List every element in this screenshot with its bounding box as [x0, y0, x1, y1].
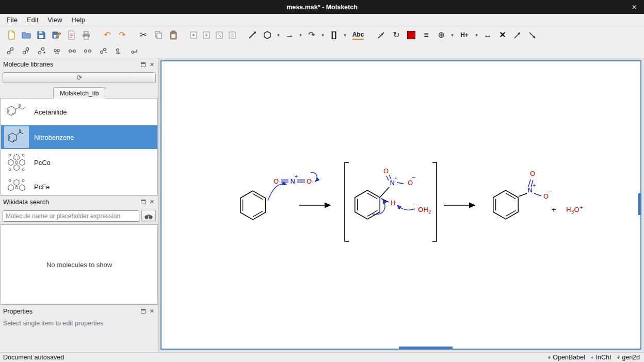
atom-pair-icon [6, 46, 15, 56]
print-button[interactable] [79, 28, 93, 42]
list-item-pcco[interactable]: PcCo [1, 149, 157, 176]
atom-tool-1-button[interactable] [4, 45, 17, 57]
rotate-tool-button[interactable]: ↻ [389, 28, 404, 42]
frame-tool-2-icon [202, 30, 211, 40]
remove-hydrogen-icon [52, 46, 61, 56]
wikidata-close-button[interactable]: ✕ [149, 199, 155, 205]
ring-tool-button[interactable] [260, 28, 275, 42]
nitronium-ion[interactable]: O N + O [273, 174, 312, 185]
frame-tool-2-button[interactable] [200, 29, 213, 41]
search-button[interactable] [141, 210, 156, 222]
properties-float-icon[interactable] [141, 309, 146, 314]
atom-label-oxygen[interactable]: O [530, 170, 535, 177]
reaction-arrow-caret[interactable]: ▾ [297, 28, 304, 42]
list-item-nitrobenzene[interactable]: Nitrobenzene [1, 125, 157, 149]
mechanism-arrow-deprotonation[interactable] [397, 205, 415, 210]
redo-button[interactable]: ↷ [115, 28, 130, 42]
reaction-arrow-tool-button[interactable]: → [282, 28, 297, 42]
new-document-button[interactable] [4, 28, 19, 42]
properties-hint: Select single item to edit properties [0, 317, 158, 330]
wikidata-float-icon[interactable] [141, 200, 146, 204]
left-bracket[interactable] [345, 162, 349, 241]
save-button[interactable] [34, 28, 49, 42]
reactant-benzene[interactable] [240, 191, 265, 220]
wikidata-results-list: No molecules to show [1, 224, 158, 305]
frame-tool-3-button[interactable] [213, 29, 226, 41]
properties-dock-header[interactable]: Properties ✕ [0, 305, 158, 317]
atom-label-hydrogen[interactable]: H [391, 199, 396, 207]
horizontal-arrows-icon: ↔ [484, 31, 492, 39]
draw-tool-button[interactable] [245, 28, 260, 42]
libraries-close-button[interactable]: ✕ [149, 61, 155, 68]
atom-label-oxygen[interactable]: O [383, 167, 389, 175]
product-nitrobenzene[interactable]: N + O O − [493, 170, 552, 219]
copy-button[interactable] [151, 28, 166, 42]
libraries-dock-header[interactable]: Molecule libraries ✕ [0, 58, 158, 71]
menu-edit[interactable]: Edit [22, 14, 43, 25]
atom-tool-9-button[interactable] [128, 45, 140, 57]
molecule-search-input[interactable] [3, 210, 139, 222]
atom-tool-3-button[interactable] [35, 45, 47, 57]
right-bracket[interactable] [432, 162, 437, 241]
delete-x-icon: ✕ [499, 31, 506, 39]
vertical-scrollbar-handle[interactable] [638, 193, 640, 215]
wikidata-dock-header[interactable]: Wikidata search ✕ [0, 195, 158, 208]
atom-tool-2-button[interactable] [20, 45, 32, 57]
line-width-button[interactable]: ≡ [419, 28, 433, 42]
list-item-acetanilide[interactable]: Acetanilide [1, 98, 157, 125]
mechanism-arrow-attack[interactable] [268, 184, 286, 201]
text-tool-button[interactable]: Abc [349, 28, 367, 42]
undo-button[interactable]: ↶ [100, 28, 115, 42]
menu-file[interactable]: File [2, 14, 22, 25]
hydrogen-icon: H+ [460, 31, 469, 39]
menu-help[interactable]: Help [67, 14, 90, 25]
paste-button[interactable] [166, 28, 181, 42]
charge-tool-caret[interactable]: ▾ [449, 28, 456, 42]
menu-view[interactable]: View [43, 14, 67, 25]
tab-molsketch-lib[interactable]: Molsketch_lib [53, 87, 106, 98]
plugin-indicators: + OpenBabel + InChI + gen2d [547, 354, 640, 361]
delete-button[interactable]: ✕ [495, 28, 510, 42]
water-label[interactable]: OH2 [418, 206, 431, 215]
hash-tool-button[interactable] [374, 28, 389, 42]
mechanism-arrow-tool-button[interactable]: ↷ [304, 28, 319, 42]
hydronium-ion[interactable]: H3O+ [566, 205, 583, 215]
open-button[interactable] [19, 28, 34, 42]
atom-label-oxygen[interactable]: O [307, 177, 312, 185]
hydronium-label[interactable]: H3O+ [566, 205, 583, 215]
list-item-pcfe[interactable]: PcFe [1, 176, 157, 195]
atom-tool-8-button[interactable] [112, 45, 125, 57]
flip-horizontal-button[interactable] [510, 28, 525, 42]
bracket-tool-button[interactable]: [ ] [327, 28, 341, 42]
water-molecule[interactable]: − OH2 [397, 202, 431, 215]
libraries-float-icon[interactable] [141, 62, 146, 67]
bond-length-button[interactable]: ↔ [480, 28, 495, 42]
arenium-intermediate[interactable]: N + O O − H [355, 167, 416, 219]
atom-tool-7-button[interactable] [97, 45, 109, 57]
ring-tool-caret[interactable]: ▾ [275, 28, 282, 42]
atom-toolbar [0, 44, 644, 58]
atom-tool-4-button[interactable] [51, 45, 63, 57]
plus-charge-label: + [394, 175, 398, 180]
horizontal-scrollbar-handle[interactable] [399, 347, 453, 349]
hydrogen-tool-button[interactable]: H+ [456, 28, 473, 42]
charge-tool-button[interactable]: ⊕ [434, 28, 448, 42]
mechanism-arrow-caret[interactable]: ▾ [319, 28, 326, 42]
properties-close-button[interactable]: ✕ [149, 308, 155, 315]
flip-vertical-button[interactable] [525, 28, 540, 42]
color-swatch-button[interactable] [404, 28, 418, 42]
bracket-tool-caret[interactable]: ▾ [342, 28, 348, 42]
save-as-button[interactable] [49, 28, 63, 42]
atom-tool-5-button[interactable] [66, 45, 78, 57]
remove-charge-icon [114, 46, 123, 56]
atom-label-oxygen[interactable]: O [273, 177, 279, 185]
atom-tool-6-button[interactable] [82, 45, 94, 57]
drawing-canvas[interactable]: O N + O N + O O − [160, 60, 641, 350]
hydrogen-tool-caret[interactable]: ▾ [473, 28, 480, 42]
refresh-libraries-button[interactable]: ⟳ [3, 72, 156, 83]
cut-button[interactable]: ✂ [136, 28, 151, 42]
window-close-button[interactable]: ✕ [630, 0, 639, 14]
frame-tool-1-button[interactable] [187, 29, 200, 41]
frame-tool-4-button[interactable] [226, 29, 238, 41]
export-button[interactable] [64, 28, 78, 42]
